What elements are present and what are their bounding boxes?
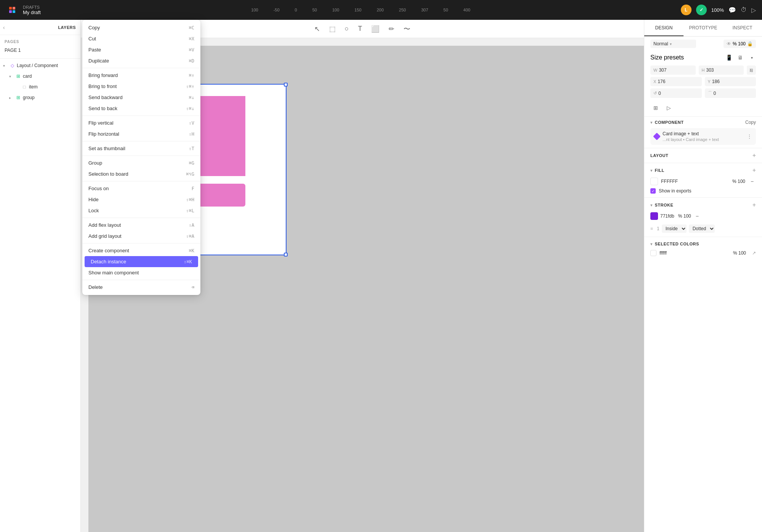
component-section-label: COMPONENT	[655, 120, 684, 125]
layer-label-3: item	[29, 84, 38, 90]
component-item[interactable]: Card image + text ...nt layout • Card im…	[650, 128, 756, 145]
user-avatar-2: ✓	[696, 5, 707, 15]
menu-bring-forward[interactable]: Bring forward ⌘↑	[82, 70, 200, 81]
fill-color-swatch[interactable]	[650, 178, 658, 185]
tab-inspect[interactable]: INSPECT	[723, 20, 762, 36]
menu-paste-shortcut: ⌘V	[189, 47, 194, 53]
menu-detach-instance-label: Detach instance	[91, 259, 126, 264]
menu-show-main-component[interactable]: Show main component	[82, 267, 200, 278]
layers-tab-label[interactable]: LAYERS	[58, 25, 76, 30]
pen-tool[interactable]: ✏	[389, 25, 394, 33]
layer-chevron-4: ▸	[9, 96, 14, 100]
menu-set-as-thumbnail[interactable]: Set as thumbnail ⇧T	[82, 143, 200, 154]
y-field[interactable]: Y 186	[705, 77, 756, 86]
menu-add-flex-layout[interactable]: Add flex layout ⇧A	[82, 220, 200, 231]
menu-copy[interactable]: Copy ⌘C	[82, 22, 200, 33]
align-grid-button[interactable]: ⊞	[650, 103, 661, 113]
share-icon[interactable]: ▷	[751, 6, 756, 14]
fill-add-button[interactable]: +	[752, 167, 756, 174]
layer-layout-component[interactable]: ▾ ◇ Layout / Component	[0, 60, 80, 71]
menu-bring-to-front[interactable]: Bring to front ⇧⌘↑	[82, 81, 200, 92]
user-avatar[interactable]: L	[681, 5, 692, 15]
rotation-field[interactable]: ↺ 0	[650, 88, 702, 98]
size-presets-label[interactable]: Size presets	[650, 54, 684, 61]
menu-duplicate[interactable]: Duplicate ⌘D	[82, 55, 200, 66]
stroke-width-value[interactable]: 1	[657, 226, 660, 231]
menu-bring-forward-label: Bring forward	[88, 72, 118, 78]
image-tool[interactable]: ⬜	[371, 25, 379, 33]
stroke-color-swatch[interactable]	[650, 212, 658, 220]
menu-flip-vertical[interactable]: Flip vertical ⇧V	[82, 117, 200, 128]
menu-flip-horizontal[interactable]: Flip horizontal ⇧H	[82, 128, 200, 139]
layer-item[interactable]: ▸ □ item	[0, 82, 80, 92]
x-field[interactable]: X 176	[650, 77, 702, 86]
frame-tool[interactable]: ⬚	[329, 25, 336, 33]
component-diamond-icon	[653, 133, 661, 140]
blend-mode-select[interactable]: Normal ▾	[650, 40, 696, 48]
menu-lock[interactable]: Lock ⇧⌘L	[82, 205, 200, 216]
corner-radius-field[interactable]: ⌒ 0	[705, 88, 756, 98]
zoom-level[interactable]: 100%	[711, 7, 724, 13]
menu-send-to-back[interactable]: Send to back ⇧⌘↓	[82, 103, 200, 114]
desktop-preset-icon[interactable]: 🖥	[736, 53, 744, 62]
sc-external-link-icon[interactable]: ↗	[752, 250, 756, 256]
menu-group[interactable]: Group ⌘G	[82, 157, 200, 168]
stroke-minus-button[interactable]: −	[693, 212, 701, 220]
fill-opacity-value[interactable]: % 100	[732, 179, 745, 184]
opacity-field[interactable]: 👁 % 100 🔒	[724, 40, 756, 48]
menu-cut-shortcut: ⌘X	[189, 36, 194, 42]
right-sidebar-tabs: DESIGN PROTOTYPE INSPECT	[644, 20, 762, 37]
handle-tr[interactable]	[284, 83, 288, 87]
top-bar-right: L ✓ 100% 💬 ⏱ ▷	[681, 5, 756, 15]
menu-divider-3	[82, 141, 200, 141]
menu-cut[interactable]: Cut ⌘X	[82, 33, 200, 44]
sc-color-swatch[interactable]	[650, 250, 656, 256]
stroke-color-value[interactable]: 771fdb	[660, 213, 674, 219]
page-1-item[interactable]: PAGE 1	[0, 45, 80, 55]
tab-design[interactable]: DESIGN	[644, 20, 684, 36]
menu-hide[interactable]: Hide ⇧⌘H	[82, 194, 200, 205]
phone-preset-icon[interactable]: 📱	[725, 53, 733, 62]
stroke-equals-icon: =	[650, 226, 653, 231]
text-tool[interactable]: T	[358, 25, 362, 33]
stroke-style-select[interactable]: Dotted	[689, 224, 715, 233]
tab-prototype[interactable]: PROTOTYPE	[684, 20, 723, 36]
width-field[interactable]: W 307	[650, 66, 696, 75]
stroke-opacity-value[interactable]: % 100	[678, 213, 691, 219]
collapse-button[interactable]: ‹	[3, 24, 5, 30]
ellipse-tool[interactable]: ○	[345, 25, 349, 33]
menu-selection-to-board[interactable]: Selection to board ⌘⌥G	[82, 168, 200, 179]
menu-delete[interactable]: Delete ⌫	[82, 282, 200, 293]
layout-add-button[interactable]: +	[752, 152, 756, 159]
menu-flip-vertical-shortcut: ⇧V	[189, 120, 194, 126]
menu-add-grid-layout[interactable]: Add grid layout ⇧⌘A	[82, 231, 200, 242]
fill-color-value[interactable]: FFFFFF	[661, 179, 729, 184]
chat-icon[interactable]: 💬	[728, 6, 736, 14]
pencil-tool[interactable]: 〜	[403, 24, 410, 34]
menu-detach-instance[interactable]: Detach instance ⇧⌘K	[85, 256, 198, 267]
sc-opacity-value[interactable]: % 100	[733, 250, 746, 256]
layer-card[interactable]: ▾ ⊞ card	[0, 71, 80, 82]
menu-send-backward[interactable]: Send backward ⌘↓	[82, 92, 200, 103]
handle-br[interactable]	[284, 253, 288, 256]
component-more-icon[interactable]: ⋮	[747, 133, 752, 139]
menu-focus-on[interactable]: Focus on F	[82, 183, 200, 194]
stroke-add-button[interactable]: +	[752, 202, 756, 208]
blend-mode-value: Normal	[653, 41, 668, 46]
draft-name[interactable]: My draft	[23, 10, 41, 15]
menu-create-component[interactable]: Create component ⌘K	[82, 245, 200, 256]
constrain-proportions-button[interactable]: ⛓	[747, 66, 756, 75]
component-copy-button[interactable]: Copy	[745, 120, 756, 125]
play-button[interactable]: ▷	[663, 103, 674, 113]
stroke-position-select[interactable]: Inside	[662, 224, 687, 233]
height-field[interactable]: H 303	[699, 66, 744, 75]
chevron-down-presets-icon[interactable]: ▾	[748, 53, 756, 62]
select-tool[interactable]: ↖	[314, 25, 320, 33]
component-path: ...nt layout • Card image + text	[663, 137, 719, 142]
history-icon[interactable]: ⏱	[741, 6, 747, 13]
fill-minus-button[interactable]: −	[748, 178, 756, 185]
layer-group[interactable]: ▸ ⊞ group	[0, 92, 80, 103]
sc-color-value[interactable]: ffffff	[660, 250, 667, 256]
menu-paste[interactable]: Paste ⌘V	[82, 44, 200, 55]
show-in-exports-checkbox[interactable]: ✓	[650, 188, 656, 194]
